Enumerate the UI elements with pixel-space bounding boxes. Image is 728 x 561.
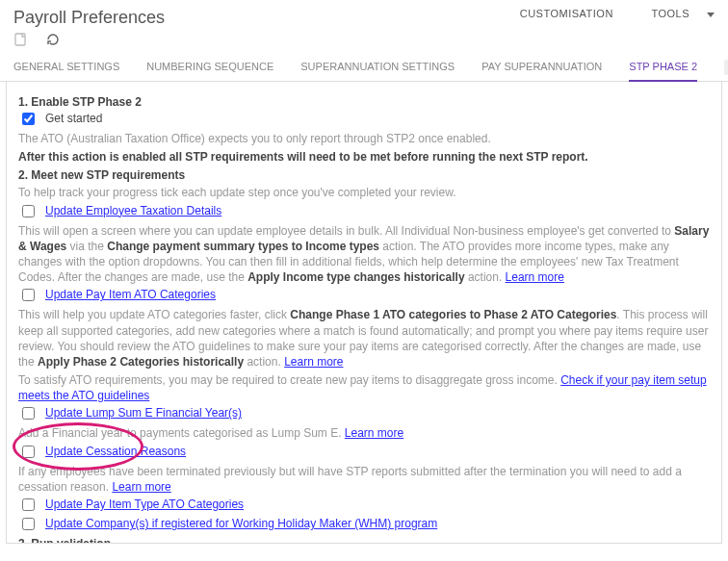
update-lump-sum-e-checkbox[interactable]	[22, 407, 35, 420]
update-lump-sum-e-link[interactable]: Update Lump Sum E Financial Year(s)	[45, 406, 242, 420]
tab-superannuation-settings[interactable]: SUPERANNUATION SETTINGS	[300, 53, 455, 81]
chevron-down-icon	[707, 13, 715, 17]
update-cessation-reasons-link[interactable]: Update Cessation Reasons	[45, 445, 186, 458]
get-started-checkbox[interactable]	[22, 113, 35, 125]
tab-pay-superannuation[interactable]: PAY SUPERANNUATION	[481, 53, 602, 81]
pay-item-categories-desc: This will help you update ATO categories…	[18, 307, 710, 370]
update-company-whm-link[interactable]: Update Company(s) if registered for Work…	[45, 517, 437, 530]
tab-bar: GENERAL SETTINGS NUMBERING SEQUENCE SUPE…	[0, 53, 728, 82]
customisation-menu[interactable]: CUSTOMISATION	[520, 8, 613, 19]
get-started-label: Get started	[45, 112, 102, 125]
tab-numbering-sequence[interactable]: NUMBERING SEQUENCE	[146, 53, 273, 81]
notes-icon[interactable]	[13, 32, 29, 47]
pay-item-disaggregate-desc: To satisfy ATO requirements, you may be …	[18, 372, 710, 403]
step-2-intro: To help track your progress tick each up…	[18, 185, 710, 200]
update-pay-item-categories-link[interactable]: Update Pay Item ATO Categories	[45, 288, 216, 301]
tab-stp-phase-2[interactable]: STP PHASE 2	[629, 53, 697, 82]
cessation-reasons-desc: If any employees have been terminated pr…	[18, 464, 710, 495]
learn-more-link[interactable]: Learn more	[506, 270, 564, 284]
step-3-title: 3. Run validation	[18, 537, 710, 544]
page-title: Payroll Preferences	[13, 8, 165, 28]
employee-taxation-desc: This will open a screen where you can up…	[18, 223, 710, 286]
tab-overflow-icon[interactable]: ⋯	[724, 60, 728, 75]
learn-more-link[interactable]: Learn more	[284, 355, 343, 369]
svg-rect-0	[15, 34, 25, 45]
step-1-title: 1. Enable STP Phase 2	[18, 95, 710, 109]
learn-more-link[interactable]: Learn more	[345, 426, 403, 440]
lump-sum-e-desc: Add a Financial year to payments categor…	[18, 425, 710, 441]
update-pay-item-type-checkbox[interactable]	[22, 498, 35, 511]
content-panel: 1. Enable STP Phase 2 Get started The AT…	[6, 82, 722, 544]
update-cessation-reasons-checkbox[interactable]	[22, 446, 35, 458]
update-pay-item-type-link[interactable]: Update Pay Item Type ATO Categories	[45, 497, 244, 511]
ato-note: The ATO (Australian Taxation Office) exp…	[18, 131, 710, 146]
after-action-note: After this action is enabled all STP req…	[18, 150, 588, 164]
step-2-title: 2. Meet new STP requirements	[18, 168, 710, 182]
refresh-icon[interactable]	[45, 32, 61, 47]
update-employee-taxation-checkbox[interactable]	[22, 205, 35, 217]
tools-menu[interactable]: TOOLS	[634, 8, 715, 19]
learn-more-link[interactable]: Learn more	[112, 480, 170, 494]
update-company-whm-checkbox[interactable]	[22, 518, 35, 530]
update-pay-item-categories-checkbox[interactable]	[22, 289, 35, 301]
tab-general-settings[interactable]: GENERAL SETTINGS	[13, 53, 119, 81]
update-employee-taxation-link[interactable]: Update Employee Taxation Details	[45, 204, 221, 217]
